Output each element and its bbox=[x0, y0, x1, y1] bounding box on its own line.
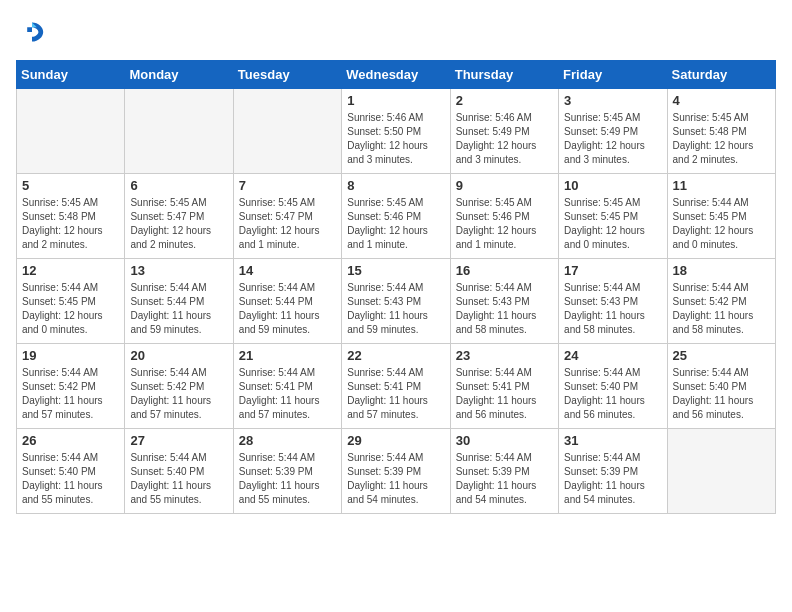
weekday-header: Saturday bbox=[667, 61, 775, 89]
day-number: 16 bbox=[456, 263, 553, 278]
day-number: 1 bbox=[347, 93, 444, 108]
calendar-day: 27Sunrise: 5:44 AM Sunset: 5:40 PM Dayli… bbox=[125, 429, 233, 514]
calendar-header: SundayMondayTuesdayWednesdayThursdayFrid… bbox=[17, 61, 776, 89]
day-number: 21 bbox=[239, 348, 336, 363]
calendar-day: 2Sunrise: 5:46 AM Sunset: 5:49 PM Daylig… bbox=[450, 89, 558, 174]
calendar: SundayMondayTuesdayWednesdayThursdayFrid… bbox=[16, 60, 776, 514]
day-info: Sunrise: 5:45 AM Sunset: 5:47 PM Dayligh… bbox=[239, 196, 336, 252]
day-number: 19 bbox=[22, 348, 119, 363]
day-number: 15 bbox=[347, 263, 444, 278]
day-number: 11 bbox=[673, 178, 770, 193]
calendar-day bbox=[125, 89, 233, 174]
day-info: Sunrise: 5:45 AM Sunset: 5:47 PM Dayligh… bbox=[130, 196, 227, 252]
day-info: Sunrise: 5:44 AM Sunset: 5:41 PM Dayligh… bbox=[456, 366, 553, 422]
calendar-week: 1Sunrise: 5:46 AM Sunset: 5:50 PM Daylig… bbox=[17, 89, 776, 174]
calendar-day: 11Sunrise: 5:44 AM Sunset: 5:45 PM Dayli… bbox=[667, 174, 775, 259]
calendar-day: 17Sunrise: 5:44 AM Sunset: 5:43 PM Dayli… bbox=[559, 259, 667, 344]
calendar-week: 5Sunrise: 5:45 AM Sunset: 5:48 PM Daylig… bbox=[17, 174, 776, 259]
day-info: Sunrise: 5:44 AM Sunset: 5:43 PM Dayligh… bbox=[347, 281, 444, 337]
calendar-day: 9Sunrise: 5:45 AM Sunset: 5:46 PM Daylig… bbox=[450, 174, 558, 259]
day-info: Sunrise: 5:44 AM Sunset: 5:42 PM Dayligh… bbox=[673, 281, 770, 337]
weekday-header: Friday bbox=[559, 61, 667, 89]
day-number: 6 bbox=[130, 178, 227, 193]
day-info: Sunrise: 5:45 AM Sunset: 5:46 PM Dayligh… bbox=[347, 196, 444, 252]
logo-icon bbox=[16, 16, 48, 48]
day-info: Sunrise: 5:44 AM Sunset: 5:39 PM Dayligh… bbox=[456, 451, 553, 507]
day-info: Sunrise: 5:44 AM Sunset: 5:40 PM Dayligh… bbox=[22, 451, 119, 507]
calendar-day: 8Sunrise: 5:45 AM Sunset: 5:46 PM Daylig… bbox=[342, 174, 450, 259]
calendar-week: 26Sunrise: 5:44 AM Sunset: 5:40 PM Dayli… bbox=[17, 429, 776, 514]
day-info: Sunrise: 5:45 AM Sunset: 5:49 PM Dayligh… bbox=[564, 111, 661, 167]
day-info: Sunrise: 5:44 AM Sunset: 5:39 PM Dayligh… bbox=[564, 451, 661, 507]
calendar-day: 14Sunrise: 5:44 AM Sunset: 5:44 PM Dayli… bbox=[233, 259, 341, 344]
weekday-header: Thursday bbox=[450, 61, 558, 89]
calendar-day bbox=[233, 89, 341, 174]
calendar-day: 7Sunrise: 5:45 AM Sunset: 5:47 PM Daylig… bbox=[233, 174, 341, 259]
day-info: Sunrise: 5:45 AM Sunset: 5:46 PM Dayligh… bbox=[456, 196, 553, 252]
day-number: 13 bbox=[130, 263, 227, 278]
calendar-day: 25Sunrise: 5:44 AM Sunset: 5:40 PM Dayli… bbox=[667, 344, 775, 429]
calendar-day: 20Sunrise: 5:44 AM Sunset: 5:42 PM Dayli… bbox=[125, 344, 233, 429]
day-number: 4 bbox=[673, 93, 770, 108]
day-number: 17 bbox=[564, 263, 661, 278]
day-number: 28 bbox=[239, 433, 336, 448]
calendar-day: 3Sunrise: 5:45 AM Sunset: 5:49 PM Daylig… bbox=[559, 89, 667, 174]
calendar-body: 1Sunrise: 5:46 AM Sunset: 5:50 PM Daylig… bbox=[17, 89, 776, 514]
day-number: 20 bbox=[130, 348, 227, 363]
day-info: Sunrise: 5:44 AM Sunset: 5:39 PM Dayligh… bbox=[239, 451, 336, 507]
day-number: 24 bbox=[564, 348, 661, 363]
calendar-day: 24Sunrise: 5:44 AM Sunset: 5:40 PM Dayli… bbox=[559, 344, 667, 429]
calendar-day: 4Sunrise: 5:45 AM Sunset: 5:48 PM Daylig… bbox=[667, 89, 775, 174]
day-info: Sunrise: 5:44 AM Sunset: 5:42 PM Dayligh… bbox=[22, 366, 119, 422]
day-info: Sunrise: 5:44 AM Sunset: 5:42 PM Dayligh… bbox=[130, 366, 227, 422]
day-info: Sunrise: 5:44 AM Sunset: 5:41 PM Dayligh… bbox=[239, 366, 336, 422]
day-info: Sunrise: 5:46 AM Sunset: 5:50 PM Dayligh… bbox=[347, 111, 444, 167]
day-info: Sunrise: 5:44 AM Sunset: 5:45 PM Dayligh… bbox=[22, 281, 119, 337]
day-number: 18 bbox=[673, 263, 770, 278]
calendar-day: 26Sunrise: 5:44 AM Sunset: 5:40 PM Dayli… bbox=[17, 429, 125, 514]
calendar-day: 29Sunrise: 5:44 AM Sunset: 5:39 PM Dayli… bbox=[342, 429, 450, 514]
weekday-header: Sunday bbox=[17, 61, 125, 89]
calendar-day: 22Sunrise: 5:44 AM Sunset: 5:41 PM Dayli… bbox=[342, 344, 450, 429]
day-number: 14 bbox=[239, 263, 336, 278]
calendar-day: 23Sunrise: 5:44 AM Sunset: 5:41 PM Dayli… bbox=[450, 344, 558, 429]
day-number: 23 bbox=[456, 348, 553, 363]
calendar-day: 13Sunrise: 5:44 AM Sunset: 5:44 PM Dayli… bbox=[125, 259, 233, 344]
weekday-header: Monday bbox=[125, 61, 233, 89]
day-info: Sunrise: 5:45 AM Sunset: 5:48 PM Dayligh… bbox=[673, 111, 770, 167]
calendar-week: 19Sunrise: 5:44 AM Sunset: 5:42 PM Dayli… bbox=[17, 344, 776, 429]
calendar-day: 18Sunrise: 5:44 AM Sunset: 5:42 PM Dayli… bbox=[667, 259, 775, 344]
calendar-day: 16Sunrise: 5:44 AM Sunset: 5:43 PM Dayli… bbox=[450, 259, 558, 344]
day-number: 31 bbox=[564, 433, 661, 448]
day-number: 30 bbox=[456, 433, 553, 448]
day-info: Sunrise: 5:44 AM Sunset: 5:40 PM Dayligh… bbox=[564, 366, 661, 422]
day-info: Sunrise: 5:44 AM Sunset: 5:45 PM Dayligh… bbox=[673, 196, 770, 252]
day-info: Sunrise: 5:44 AM Sunset: 5:44 PM Dayligh… bbox=[130, 281, 227, 337]
logo bbox=[16, 16, 52, 48]
calendar-day: 21Sunrise: 5:44 AM Sunset: 5:41 PM Dayli… bbox=[233, 344, 341, 429]
day-number: 3 bbox=[564, 93, 661, 108]
day-number: 2 bbox=[456, 93, 553, 108]
calendar-week: 12Sunrise: 5:44 AM Sunset: 5:45 PM Dayli… bbox=[17, 259, 776, 344]
day-number: 29 bbox=[347, 433, 444, 448]
calendar-day: 19Sunrise: 5:44 AM Sunset: 5:42 PM Dayli… bbox=[17, 344, 125, 429]
day-info: Sunrise: 5:46 AM Sunset: 5:49 PM Dayligh… bbox=[456, 111, 553, 167]
day-info: Sunrise: 5:44 AM Sunset: 5:39 PM Dayligh… bbox=[347, 451, 444, 507]
calendar-day: 30Sunrise: 5:44 AM Sunset: 5:39 PM Dayli… bbox=[450, 429, 558, 514]
calendar-day bbox=[667, 429, 775, 514]
day-info: Sunrise: 5:45 AM Sunset: 5:45 PM Dayligh… bbox=[564, 196, 661, 252]
calendar-day: 31Sunrise: 5:44 AM Sunset: 5:39 PM Dayli… bbox=[559, 429, 667, 514]
page-header bbox=[16, 16, 776, 48]
day-number: 8 bbox=[347, 178, 444, 193]
day-number: 12 bbox=[22, 263, 119, 278]
calendar-day: 1Sunrise: 5:46 AM Sunset: 5:50 PM Daylig… bbox=[342, 89, 450, 174]
day-info: Sunrise: 5:44 AM Sunset: 5:40 PM Dayligh… bbox=[130, 451, 227, 507]
calendar-day: 5Sunrise: 5:45 AM Sunset: 5:48 PM Daylig… bbox=[17, 174, 125, 259]
day-info: Sunrise: 5:44 AM Sunset: 5:43 PM Dayligh… bbox=[564, 281, 661, 337]
day-number: 25 bbox=[673, 348, 770, 363]
calendar-day: 12Sunrise: 5:44 AM Sunset: 5:45 PM Dayli… bbox=[17, 259, 125, 344]
day-number: 9 bbox=[456, 178, 553, 193]
weekday-header: Wednesday bbox=[342, 61, 450, 89]
day-info: Sunrise: 5:44 AM Sunset: 5:43 PM Dayligh… bbox=[456, 281, 553, 337]
day-number: 27 bbox=[130, 433, 227, 448]
